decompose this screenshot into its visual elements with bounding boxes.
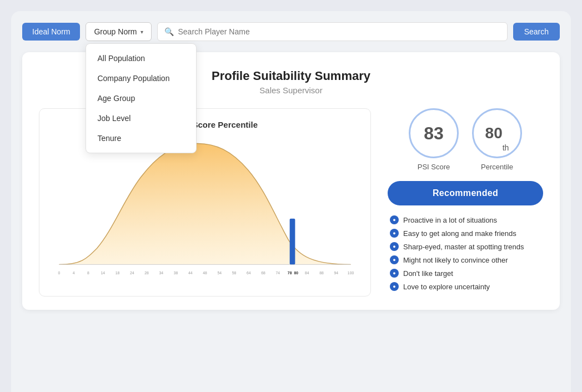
group-norm-dropdown: All Population Company Population Age Gr… — [86, 43, 197, 153]
svg-text:68: 68 — [261, 271, 265, 275]
svg-text:88: 88 — [319, 271, 324, 275]
trait-icon: ● — [390, 269, 399, 278]
percentile-value: 80 — [485, 124, 503, 142]
svg-text:74: 74 — [275, 271, 280, 275]
psi-score-value: 83 — [424, 123, 444, 144]
trait-item: ● Don't like target — [390, 269, 543, 278]
percentile-label: Percentile — [481, 163, 513, 171]
search-icon: 🔍 — [164, 27, 174, 36]
svg-text:24: 24 — [130, 271, 134, 275]
app-container: Ideal Norm Group Norm ▾ All Population C… — [11, 11, 571, 392]
trait-icon: ● — [390, 229, 399, 238]
trait-item: ● Easy to get along and make friends — [390, 229, 543, 238]
psi-score-group: 83 PSI Score — [409, 108, 459, 171]
svg-text:0: 0 — [58, 271, 61, 275]
trait-icon: ● — [390, 242, 399, 251]
svg-text:34: 34 — [159, 271, 163, 275]
trait-item: ● Might not likely to convince other — [390, 255, 543, 264]
trait-text: Sharp-eyed, master at spotting trends — [403, 243, 524, 251]
trait-icon: ● — [390, 215, 399, 224]
percentile-circle: 80th — [472, 108, 522, 158]
svg-text:84: 84 — [305, 271, 309, 275]
svg-text:14: 14 — [101, 271, 105, 275]
svg-text:64: 64 — [247, 271, 251, 275]
group-norm-label: Group Norm — [94, 27, 137, 36]
trait-item: ● Sharp-eyed, master at spotting trends — [390, 242, 543, 251]
svg-text:48: 48 — [203, 271, 207, 275]
percentile-superscript: th — [503, 143, 509, 152]
chart-svg-wrapper: 0 4 8 14 18 24 28 34 38 44 48 54 58 64 — [48, 135, 362, 288]
search-container: 🔍 — [157, 22, 508, 41]
svg-text:38: 38 — [174, 271, 178, 275]
svg-text:18: 18 — [116, 271, 120, 275]
ideal-norm-button[interactable]: Ideal Norm — [22, 23, 80, 41]
svg-text:4: 4 — [73, 271, 75, 275]
svg-rect-1 — [290, 219, 295, 265]
scores-row: 83 PSI Score 80th Percentile — [409, 108, 522, 171]
group-norm-button[interactable]: Group Norm ▾ — [86, 22, 151, 41]
svg-text:28: 28 — [144, 271, 149, 275]
trait-text: Love to explore uncertainty — [403, 283, 490, 291]
bell-curve-svg: 0 4 8 14 18 24 28 34 38 44 48 54 58 64 — [48, 135, 362, 286]
svg-text:80: 80 — [294, 271, 299, 275]
svg-text:8: 8 — [87, 271, 89, 275]
trait-text: Don't like target — [403, 269, 453, 278]
psi-score-circle: 83 — [409, 108, 459, 158]
dropdown-item-tenure[interactable]: Tenure — [86, 128, 196, 148]
psi-score-label: PSI Score — [418, 163, 450, 171]
right-panel: 83 PSI Score 80th Percentile Recommended — [388, 108, 543, 291]
header: Ideal Norm Group Norm ▾ All Population C… — [22, 22, 560, 41]
svg-text:54: 54 — [217, 271, 222, 275]
dropdown-item-all-population[interactable]: All Population — [86, 48, 196, 68]
recommended-button[interactable]: Recommended — [388, 181, 543, 205]
dropdown-item-age-group[interactable]: Age Group — [86, 88, 196, 108]
dropdown-item-job-level[interactable]: Job Level — [86, 108, 196, 128]
svg-text:94: 94 — [334, 271, 339, 275]
dropdown-item-company-population[interactable]: Company Population — [86, 68, 196, 88]
svg-text:100: 100 — [348, 271, 354, 275]
percentile-group: 80th Percentile — [472, 108, 522, 171]
trait-text: Might not likely to convince other — [403, 256, 508, 264]
trait-icon: ● — [390, 282, 399, 291]
svg-text:78: 78 — [288, 271, 292, 275]
svg-text:58: 58 — [232, 271, 237, 275]
trait-text: Easy to get along and make friends — [403, 229, 516, 238]
svg-text:44: 44 — [188, 271, 193, 275]
search-button[interactable]: Search — [513, 23, 560, 41]
chevron-down-icon: ▾ — [141, 29, 143, 35]
trait-item: ● Proactive in a lot of situations — [390, 215, 543, 224]
trait-text: Proactive in a lot of situations — [403, 216, 497, 224]
search-input[interactable] — [178, 27, 500, 36]
traits-list: ● Proactive in a lot of situations ● Eas… — [388, 215, 543, 291]
trait-icon: ● — [390, 255, 399, 264]
trait-item: ● Love to explore uncertainty — [390, 282, 543, 291]
